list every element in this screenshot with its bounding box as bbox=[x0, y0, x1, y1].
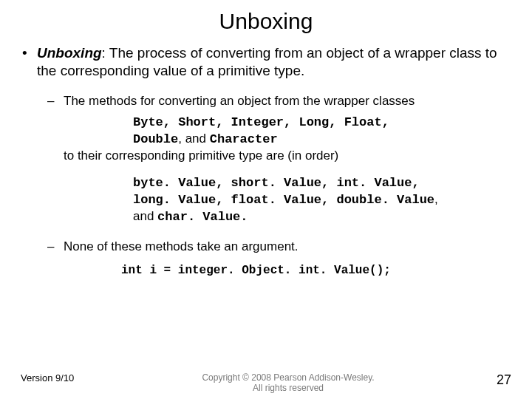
code-example: int i = integer. Object. int. Value(); bbox=[47, 264, 511, 277]
bullet-dash: – bbox=[47, 239, 64, 255]
page-title: Unboxing bbox=[21, 9, 511, 34]
definition-text: : The process of converting from an obje… bbox=[37, 45, 497, 78]
methods-text1: byte. Value, short. Value, int. Value, bbox=[133, 176, 420, 190]
bullet-dash: – bbox=[47, 93, 64, 109]
copyright-line2: All rights reserved bbox=[253, 383, 324, 393]
copyright: Copyright © 2008 Pearson Addison-Wesley.… bbox=[109, 372, 467, 393]
definition-term: Unboxing bbox=[37, 45, 102, 61]
wrapper-class-character: Character bbox=[210, 132, 278, 146]
wrapper-and: , and bbox=[178, 132, 210, 146]
methods-text2a: long. Value, float. Value, double. Value bbox=[133, 193, 434, 207]
sub1-tail: to their corresponding primitive type ar… bbox=[47, 148, 511, 164]
page-number: 27 bbox=[467, 372, 511, 388]
methods-line3: and char. Value. bbox=[47, 208, 511, 225]
methods-line2: long. Value, float. Value, double. Value… bbox=[47, 191, 511, 208]
methods-line1: byte. Value, short. Value, int. Value, bbox=[47, 174, 511, 191]
copyright-line1: Copyright © 2008 Pearson Addison-Wesley. bbox=[202, 372, 374, 383]
wrapper-classes-line2: Double, and Character bbox=[47, 131, 511, 148]
wrapper-class-double: Double bbox=[133, 132, 178, 146]
sub-bullets: – The methods for converting an object f… bbox=[21, 93, 511, 278]
methods-comma: , bbox=[434, 192, 438, 206]
definition-bullet: • Unboxing: The process of converting fr… bbox=[21, 44, 511, 80]
wrapper-classes-line1: Byte, Short, Integer, Long, Float, bbox=[47, 114, 511, 131]
sub1-lead: The methods for converting an object fro… bbox=[64, 93, 511, 109]
footer: Version 9/10 Copyright © 2008 Pearson Ad… bbox=[0, 372, 532, 393]
sub-bullet-2: – None of these methods take an argument… bbox=[47, 239, 511, 255]
bullet-dot: • bbox=[21, 44, 37, 80]
sub-bullet-1: – The methods for converting an object f… bbox=[47, 93, 511, 109]
sub2-text: None of these methods take an argument. bbox=[64, 239, 511, 255]
definition-body: Unboxing: The process of converting from… bbox=[37, 44, 511, 80]
methods-and: and bbox=[133, 209, 157, 223]
version-label: Version 9/10 bbox=[21, 372, 109, 383]
methods-charvalue: char. Value. bbox=[157, 210, 248, 224]
wrapper-classes-text1: Byte, Short, Integer, Long, Float, bbox=[133, 115, 389, 129]
